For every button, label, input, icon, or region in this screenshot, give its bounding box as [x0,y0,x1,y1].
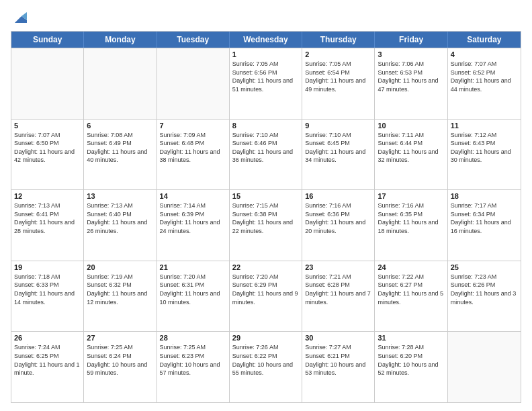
day-number: 8 [232,122,299,130]
day-cell-15: 15Sunrise: 7:15 AM Sunset: 6:38 PM Dayli… [230,190,302,261]
day-number: 9 [305,122,371,130]
calendar-row-2: 12Sunrise: 7:13 AM Sunset: 6:41 PM Dayli… [11,189,521,261]
day-number: 5 [14,122,81,130]
day-number: 19 [14,263,81,271]
empty-cell-0-2 [157,48,230,119]
day-cell-20: 20Sunrise: 7:19 AM Sunset: 6:32 PM Dayli… [84,261,157,332]
day-number: 21 [160,263,226,271]
cell-info: Sunrise: 7:10 AM Sunset: 6:46 PM Dayligh… [232,131,299,165]
cell-info: Sunrise: 7:07 AM Sunset: 6:50 PM Dayligh… [14,131,81,165]
day-number: 24 [378,263,444,271]
day-cell-29: 29Sunrise: 7:26 AM Sunset: 6:22 PM Dayli… [230,332,302,402]
day-cell-2: 2Sunrise: 7:05 AM Sunset: 6:54 PM Daylig… [302,48,375,119]
day-number: 17 [378,192,444,200]
header-cell-thursday: Thursday [302,32,375,48]
day-number: 4 [451,50,518,58]
day-number: 2 [305,50,371,58]
day-number: 3 [378,50,444,58]
day-cell-25: 25Sunrise: 7:23 AM Sunset: 6:26 PM Dayli… [448,261,521,332]
day-cell-24: 24Sunrise: 7:22 AM Sunset: 6:27 PM Dayli… [375,261,447,332]
day-number: 11 [451,122,518,130]
day-number: 23 [305,263,371,271]
empty-cell-0-0 [11,48,84,119]
page-header [11,8,521,26]
logo-icon [12,11,27,26]
day-cell-9: 9Sunrise: 7:10 AM Sunset: 6:45 PM Daylig… [302,120,375,190]
cell-info: Sunrise: 7:20 AM Sunset: 6:31 PM Dayligh… [160,273,226,306]
cell-info: Sunrise: 7:25 AM Sunset: 6:23 PM Dayligh… [160,343,226,377]
cell-info: Sunrise: 7:25 AM Sunset: 6:24 PM Dayligh… [87,343,153,377]
header-cell-tuesday: Tuesday [157,32,230,48]
day-number: 18 [451,192,518,200]
empty-cell-4-6 [448,332,521,402]
day-cell-16: 16Sunrise: 7:16 AM Sunset: 6:36 PM Dayli… [302,190,375,261]
day-number: 28 [160,334,226,342]
day-number: 30 [305,334,371,342]
day-cell-17: 17Sunrise: 7:16 AM Sunset: 6:35 PM Dayli… [375,190,447,261]
day-cell-12: 12Sunrise: 7:13 AM Sunset: 6:41 PM Dayli… [11,190,84,261]
calendar-page: SundayMondayTuesdayWednesdayThursdayFrid… [0,0,532,411]
day-number: 25 [451,263,518,271]
day-number: 26 [14,334,81,342]
day-cell-27: 27Sunrise: 7:25 AM Sunset: 6:24 PM Dayli… [84,332,157,402]
cell-info: Sunrise: 7:18 AM Sunset: 6:33 PM Dayligh… [14,273,81,306]
day-cell-19: 19Sunrise: 7:18 AM Sunset: 6:33 PM Dayli… [11,261,84,332]
header-cell-saturday: Saturday [448,32,521,48]
day-number: 1 [232,50,299,58]
day-number: 13 [87,192,153,200]
day-number: 16 [305,192,371,200]
calendar-row-4: 26Sunrise: 7:24 AM Sunset: 6:25 PM Dayli… [11,331,521,402]
day-number: 29 [232,334,299,342]
cell-info: Sunrise: 7:28 AM Sunset: 6:20 PM Dayligh… [378,343,444,377]
cell-info: Sunrise: 7:06 AM Sunset: 6:53 PM Dayligh… [378,60,444,93]
day-cell-31: 31Sunrise: 7:28 AM Sunset: 6:20 PM Dayli… [375,332,447,402]
day-number: 10 [378,122,444,130]
day-cell-14: 14Sunrise: 7:14 AM Sunset: 6:39 PM Dayli… [157,190,230,261]
day-cell-6: 6Sunrise: 7:08 AM Sunset: 6:49 PM Daylig… [84,120,157,190]
cell-info: Sunrise: 7:12 AM Sunset: 6:43 PM Dayligh… [451,131,518,165]
logo [11,11,27,26]
day-number: 27 [87,334,153,342]
day-cell-13: 13Sunrise: 7:13 AM Sunset: 6:40 PM Dayli… [84,190,157,261]
cell-info: Sunrise: 7:08 AM Sunset: 6:49 PM Dayligh… [87,131,153,165]
calendar-row-1: 5Sunrise: 7:07 AM Sunset: 6:50 PM Daylig… [11,119,521,190]
cell-info: Sunrise: 7:21 AM Sunset: 6:28 PM Dayligh… [305,273,371,306]
cell-info: Sunrise: 7:16 AM Sunset: 6:36 PM Dayligh… [305,201,371,235]
day-cell-3: 3Sunrise: 7:06 AM Sunset: 6:53 PM Daylig… [375,48,447,119]
day-cell-26: 26Sunrise: 7:24 AM Sunset: 6:25 PM Dayli… [11,332,84,402]
calendar: SundayMondayTuesdayWednesdayThursdayFrid… [11,31,521,403]
empty-cell-0-1 [84,48,157,119]
header-cell-monday: Monday [84,32,157,48]
cell-info: Sunrise: 7:17 AM Sunset: 6:34 PM Dayligh… [451,201,518,235]
day-cell-4: 4Sunrise: 7:07 AM Sunset: 6:52 PM Daylig… [448,48,521,119]
cell-info: Sunrise: 7:23 AM Sunset: 6:26 PM Dayligh… [451,273,518,306]
day-cell-22: 22Sunrise: 7:20 AM Sunset: 6:29 PM Dayli… [230,261,302,332]
cell-info: Sunrise: 7:16 AM Sunset: 6:35 PM Dayligh… [378,201,444,235]
cell-info: Sunrise: 7:07 AM Sunset: 6:52 PM Dayligh… [451,60,518,93]
cell-info: Sunrise: 7:13 AM Sunset: 6:41 PM Dayligh… [14,201,81,235]
day-cell-30: 30Sunrise: 7:27 AM Sunset: 6:21 PM Dayli… [302,332,375,402]
header-cell-sunday: Sunday [11,32,84,48]
cell-info: Sunrise: 7:20 AM Sunset: 6:29 PM Dayligh… [232,273,299,306]
header-cell-wednesday: Wednesday [230,32,302,48]
header-cell-friday: Friday [375,32,447,48]
cell-info: Sunrise: 7:24 AM Sunset: 6:25 PM Dayligh… [14,343,81,377]
day-number: 22 [232,263,299,271]
day-cell-5: 5Sunrise: 7:07 AM Sunset: 6:50 PM Daylig… [11,120,84,190]
calendar-row-3: 19Sunrise: 7:18 AM Sunset: 6:33 PM Dayli… [11,261,521,332]
day-cell-8: 8Sunrise: 7:10 AM Sunset: 6:46 PM Daylig… [230,120,302,190]
day-cell-11: 11Sunrise: 7:12 AM Sunset: 6:43 PM Dayli… [448,120,521,190]
day-cell-7: 7Sunrise: 7:09 AM Sunset: 6:48 PM Daylig… [157,120,230,190]
cell-info: Sunrise: 7:13 AM Sunset: 6:40 PM Dayligh… [87,201,153,235]
day-number: 14 [160,192,226,200]
day-cell-10: 10Sunrise: 7:11 AM Sunset: 6:44 PM Dayli… [375,120,447,190]
cell-info: Sunrise: 7:22 AM Sunset: 6:27 PM Dayligh… [378,273,444,306]
day-cell-1: 1Sunrise: 7:05 AM Sunset: 6:56 PM Daylig… [230,48,302,119]
day-cell-21: 21Sunrise: 7:20 AM Sunset: 6:31 PM Dayli… [157,261,230,332]
cell-info: Sunrise: 7:19 AM Sunset: 6:32 PM Dayligh… [87,273,153,306]
cell-info: Sunrise: 7:05 AM Sunset: 6:54 PM Dayligh… [305,60,371,93]
calendar-row-0: 1Sunrise: 7:05 AM Sunset: 6:56 PM Daylig… [11,48,521,119]
cell-info: Sunrise: 7:14 AM Sunset: 6:39 PM Dayligh… [160,201,226,235]
cell-info: Sunrise: 7:05 AM Sunset: 6:56 PM Dayligh… [232,60,299,93]
day-number: 7 [160,122,226,130]
